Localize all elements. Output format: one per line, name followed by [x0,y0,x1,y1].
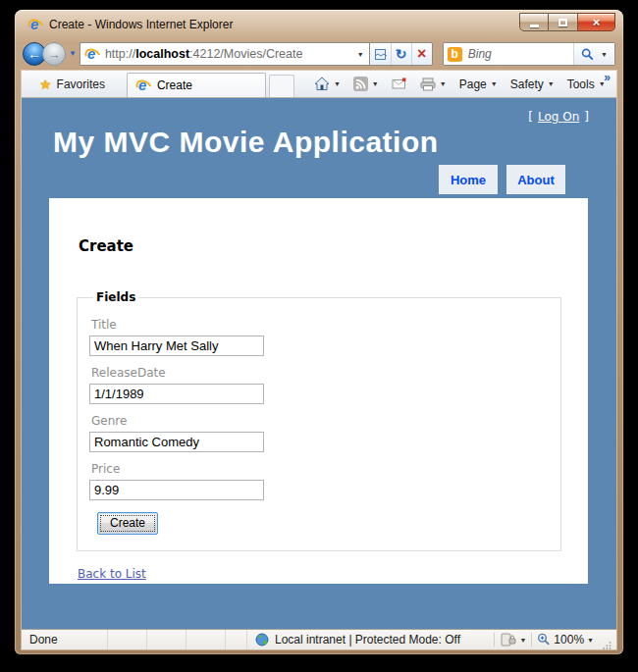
rss-icon [353,77,368,91]
zone-text: Local intranet | Protected Mode: Off [275,633,460,646]
back-to-list-link[interactable]: Back to List [78,567,146,581]
divider [494,633,495,646]
window-title: Create - Windows Internet Explorer [49,18,233,31]
recent-pages-dropdown[interactable]: ▼ [69,50,77,58]
nav-tab-about[interactable]: About [506,165,565,194]
globe-icon [255,633,269,646]
logon-area: [Log On] [528,110,589,124]
home-dropdown[interactable]: ▼ [334,80,341,87]
security-zone: Local intranet | Protected Mode: Off [247,633,460,646]
page-lock-icon [500,633,516,646]
tab-create[interactable]: e Create [127,73,266,97]
print-button[interactable]: ▼ [416,76,451,93]
printer-icon [420,78,436,91]
favorites-star-icon: ★ [39,77,52,92]
close-button[interactable]: × [578,13,615,31]
statusbar-right: ▼ 100% ▼ [494,630,611,649]
compatibility-view-icon [374,48,387,61]
genre-input[interactable] [89,432,264,452]
maximize-button[interactable] [549,13,578,31]
genre-label: Genre [91,414,549,428]
tools-menu-button[interactable]: Tools ▼ [563,76,610,93]
status-bar: Done Local intranet | Protected Mode: Of… [22,629,616,649]
command-icons: ▼ ▼ ▼ Page ▼ Safety [310,71,610,97]
close-icon: × [593,16,601,28]
client-area: ★ Favorites e Create ▼ ▼ [22,71,616,649]
tab-title: Create [157,78,192,92]
bing-logo-icon: b [448,47,462,62]
status-cell [186,630,226,649]
status-text: Done [29,630,108,649]
favorites-label: Favorites [57,78,105,91]
address-buttons: ↻ × [369,42,433,66]
more-commands-chevron[interactable]: » [604,71,611,84]
page-menu-dropdown-icon: ▼ [491,80,498,87]
log-on-link[interactable]: Log On [538,110,579,124]
page-viewport: [Log On] My MVC Movie Application Home A… [22,98,616,629]
title-bar: e Create - Windows Internet Explorer × [15,10,623,39]
favorites-button[interactable]: ★ Favorites [27,71,117,97]
app-title: My MVC Movie Application [53,126,439,159]
protected-mode-button[interactable]: ▼ [500,633,526,646]
protected-mode-dropdown-icon: ▼ [519,637,526,644]
forward-button[interactable]: → [42,42,66,66]
releasedate-label: ReleaseDate [91,366,549,380]
browser-window: e Create - Windows Internet Explorer × ←… [15,10,623,654]
create-submit-button[interactable]: Create [97,512,158,535]
navigation-bar: ← → ▼ e http://localhost:4212/Movies/Cre… [15,39,623,71]
mail-icon [392,78,407,90]
address-bar[interactable]: e http://localhost:4212/Movies/Create ▼ [80,42,369,66]
title-input[interactable] [89,336,264,356]
zoom-control[interactable]: 100% ▼ [537,633,594,646]
search-icon[interactable] [581,48,594,61]
zoom-level: 100% [554,633,584,646]
site-nav: Home About [439,165,565,194]
title-label: Title [91,318,549,332]
command-bar: ★ Favorites e Create ▼ ▼ [22,71,616,98]
refresh-button[interactable]: ↻ [391,43,411,65]
feeds-dropdown[interactable]: ▼ [372,80,379,87]
safety-menu-dropdown-icon: ▼ [548,80,555,87]
status-cell [108,630,147,649]
zoom-icon [537,633,551,646]
minimize-icon [530,25,539,27]
price-input[interactable] [89,480,264,500]
divider [531,633,532,646]
ie-logo-icon: e [27,17,43,32]
price-label: Price [91,462,549,476]
zoom-dropdown-icon: ▼ [587,637,594,644]
logon-bracket: [ [528,110,533,124]
fields-fieldset: Fields Title ReleaseDate Genre Price Cre… [77,290,561,551]
tools-menu-label: Tools [567,78,595,91]
tab-favicon-icon: e [135,78,151,93]
search-placeholder: Bing [468,47,492,61]
page-heading: Create [79,237,561,255]
search-controls: ▼ [573,43,614,65]
minimize-button[interactable] [519,13,549,31]
search-dropdown[interactable]: ▼ [601,51,608,58]
home-icon [314,77,330,91]
status-cell [226,630,247,649]
read-mail-button[interactable] [388,76,411,92]
caption-buttons: × [519,13,615,31]
page-menu-button[interactable]: Page ▼ [455,76,502,93]
page-menu-label: Page [459,78,487,91]
releasedate-input[interactable] [89,384,264,404]
content-box: Create Fields Title ReleaseDate Genre Pr… [49,198,588,584]
stop-icon: × [417,46,426,62]
feeds-button[interactable]: ▼ [349,75,383,93]
home-button[interactable]: ▼ [310,75,345,93]
stop-button[interactable]: × [411,43,432,65]
url-text: http://localhost:4212/Movies/Create [105,47,303,61]
safety-menu-button[interactable]: Safety ▼ [506,76,558,93]
nav-tab-home[interactable]: Home [439,165,498,194]
page-favicon-icon: e [84,46,100,62]
fieldset-legend: Fields [93,290,138,304]
address-dropdown[interactable]: ▼ [357,51,364,58]
search-box[interactable]: b Bing ▼ [443,42,615,66]
resize-grip[interactable] [603,641,611,649]
compatibility-view-button[interactable] [370,43,391,65]
safety-menu-label: Safety [510,78,544,91]
new-tab-button[interactable] [269,75,294,97]
print-dropdown[interactable]: ▼ [440,80,447,87]
